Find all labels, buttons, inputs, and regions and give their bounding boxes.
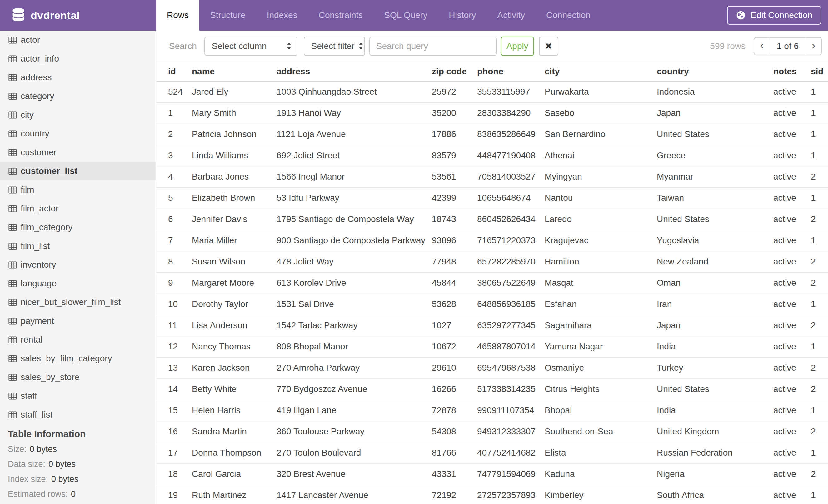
table-cell: 1: [811, 145, 828, 166]
table-cell: Kragujevac: [545, 230, 657, 251]
table-cell: 14: [157, 378, 192, 400]
column-select[interactable]: Select column: [204, 37, 297, 56]
table-row[interactable]: 2Patricia Johnson1121 Loja Avenue1788683…: [157, 124, 828, 145]
table-cell: 1913 Hanoi Way: [277, 102, 432, 124]
tab-connection[interactable]: Connection: [536, 0, 601, 31]
sidebar-item-actor[interactable]: actor: [0, 31, 156, 49]
table-cell: 635297277345: [477, 315, 545, 336]
sidebar-item-label: rental: [20, 335, 42, 345]
tab-structure[interactable]: Structure: [199, 0, 256, 31]
table-cell: Hamilton: [545, 251, 657, 272]
table-cell: 54308: [432, 421, 477, 442]
sidebar-item-label: staff: [20, 391, 37, 401]
table-row[interactable]: 8Susan Wilson478 Joliet Way7794865728228…: [157, 251, 828, 272]
table-cell: 19: [157, 485, 192, 504]
sidebar-item-nicer_but_slower_film_list[interactable]: nicer_but_slower_film_list: [0, 293, 156, 312]
table-row[interactable]: 6Jennifer Davis1795 Santiago de Composte…: [157, 209, 828, 230]
sidebar-item-language[interactable]: language: [0, 274, 156, 293]
tab-indexes[interactable]: Indexes: [256, 0, 308, 31]
sidebar-item-country[interactable]: country: [0, 124, 156, 143]
table-row[interactable]: 12Nancy Thomas808 Bhopal Manor1067246588…: [157, 336, 828, 357]
table-icon: [8, 336, 17, 343]
tab-activity[interactable]: Activity: [487, 0, 536, 31]
table-cell: Karen Jackson: [192, 357, 277, 378]
next-page-button[interactable]: ›: [806, 38, 821, 55]
table-cell: 2: [811, 463, 828, 485]
sidebar-item-category[interactable]: category: [0, 87, 156, 105]
filter-select[interactable]: Select filter: [304, 37, 365, 56]
pagination: ‹ 1 of 6 ›: [754, 37, 822, 55]
table-row[interactable]: 3Linda Williams692 Joliet Street83579448…: [157, 145, 828, 166]
app-title: dvdrental: [31, 9, 80, 21]
table-row[interactable]: 15Helen Harris419 Iligan Lane72878990911…: [157, 400, 828, 421]
column-header-address: address: [277, 62, 432, 81]
table-row[interactable]: 19Ruth Martinez1417 Lancaster Avenue7219…: [157, 485, 828, 504]
table-row[interactable]: 524Jared Ely1003 Qinhuangdao Street25972…: [157, 81, 828, 102]
sidebar-item-staff[interactable]: staff: [0, 386, 156, 405]
prev-page-button[interactable]: ‹: [754, 38, 770, 55]
sidebar-item-film_list[interactable]: film_list: [0, 237, 156, 256]
sidebar-item-sales_by_store[interactable]: sales_by_store: [0, 368, 156, 386]
table-body: 524Jared Ely1003 Qinhuangdao Street25972…: [157, 81, 828, 504]
tab-history[interactable]: History: [438, 0, 487, 31]
table-row[interactable]: 14Betty White770 Bydgoszcz Avenue1626651…: [157, 378, 828, 400]
tab-rows[interactable]: Rows: [156, 0, 199, 31]
table-cell: 705814003527: [477, 166, 545, 187]
sidebar-item-film_category[interactable]: film_category: [0, 218, 156, 237]
sidebar-item-sales_by_film_category[interactable]: sales_by_film_category: [0, 349, 156, 368]
table-info-item: Data size:0 bytes: [8, 457, 156, 471]
sidebar-item-rental[interactable]: rental: [0, 330, 156, 349]
table-cell: 18: [157, 463, 192, 485]
sidebar-item-label: nicer_but_slower_film_list: [20, 297, 121, 307]
sidebar-item-customer[interactable]: customer: [0, 143, 156, 162]
table-icon: [8, 393, 17, 400]
apply-button[interactable]: Apply: [501, 37, 534, 56]
sidebar-item-staff_list[interactable]: staff_list: [0, 405, 156, 424]
table-cell: 81766: [432, 442, 477, 463]
table-cell: 478 Joliet Way: [277, 251, 432, 272]
table-cell: active: [773, 357, 811, 378]
table-cell: active: [773, 81, 811, 102]
table-row[interactable]: 5Elizabeth Brown53 Idfu Parkway423991065…: [157, 187, 828, 209]
sidebar-item-label: country: [20, 129, 49, 139]
tab-constraints[interactable]: Constraints: [308, 0, 374, 31]
table-row[interactable]: 1Mary Smith1913 Hanoi Way352002830338429…: [157, 102, 828, 124]
table-cell: 320 Brest Avenue: [277, 463, 432, 485]
table-cell: 1417 Lancaster Avenue: [277, 485, 432, 504]
table-row[interactable]: 16Sandra Martin360 Toulouse Parkway54308…: [157, 421, 828, 442]
table-cell: 53 Idfu Parkway: [277, 187, 432, 209]
table-row[interactable]: 7Maria Miller900 Santiago de Compostela …: [157, 230, 828, 251]
table-cell: 1795 Santiago de Compostela Way: [277, 209, 432, 230]
sidebar-item-actor_info[interactable]: actor_info: [0, 49, 156, 68]
table-cell: Masqat: [545, 272, 657, 293]
table-cell: 10: [157, 293, 192, 315]
sidebar-item-address[interactable]: address: [0, 68, 156, 87]
table-row[interactable]: 11Lisa Anderson1542 Tarlac Parkway102763…: [157, 315, 828, 336]
table-cell: Donna Thompson: [192, 442, 277, 463]
table-cell: 517338314235: [477, 378, 545, 400]
clear-filter-button[interactable]: ✖: [539, 37, 558, 56]
table-row[interactable]: 13Karen Jackson270 Amroha Parkway2961069…: [157, 357, 828, 378]
sidebar-item-film_actor[interactable]: film_actor: [0, 199, 156, 218]
table-row[interactable]: 17Donna Thompson270 Toulon Boulevard8176…: [157, 442, 828, 463]
table-cell: 1: [811, 400, 828, 421]
search-query-input[interactable]: [369, 37, 497, 56]
table-cell: Indonesia: [657, 81, 773, 102]
table-row[interactable]: 18Carol Garcia320 Brest Avenue4333174779…: [157, 463, 828, 485]
table-row[interactable]: 10Dorothy Taylor1531 Sal Drive5362864885…: [157, 293, 828, 315]
sidebar-item-city[interactable]: city: [0, 105, 156, 124]
table-cell: 695479687538: [477, 357, 545, 378]
table-row[interactable]: 9Margaret Moore613 Korolev Drive45844380…: [157, 272, 828, 293]
table-row[interactable]: 4Barbara Jones1566 Inegl Manor5356170581…: [157, 166, 828, 187]
table-info-list: Size:0 bytesData size:0 bytesIndex size:…: [8, 442, 156, 502]
sidebar-item-film[interactable]: film: [0, 181, 156, 199]
sidebar-item-customer_list[interactable]: customer_list: [0, 162, 156, 181]
sidebar-item-inventory[interactable]: inventory: [0, 256, 156, 274]
table-cell: Nantou: [545, 187, 657, 209]
sidebar-item-payment[interactable]: payment: [0, 312, 156, 330]
table-cell: 45844: [432, 272, 477, 293]
table-icon: [8, 261, 17, 269]
edit-connection-button[interactable]: Edit Connection: [727, 6, 821, 25]
table-cell: active: [773, 485, 811, 504]
tab-sql-query[interactable]: SQL Query: [373, 0, 438, 31]
